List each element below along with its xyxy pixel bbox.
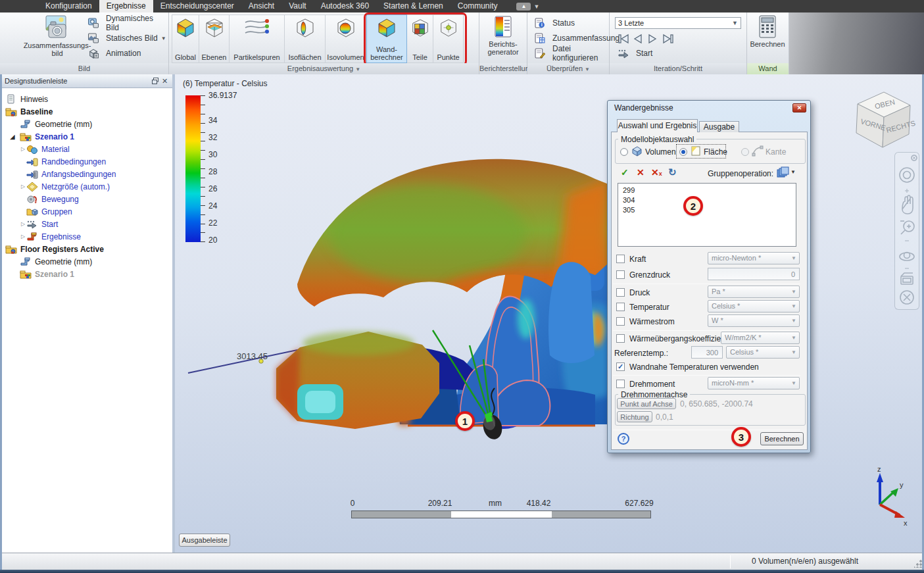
accept-selection-icon[interactable]: ✓ xyxy=(621,167,629,178)
menu-autodesk360[interactable]: Autodesk 360 xyxy=(314,0,376,12)
iteration-dropdown[interactable]: 3 Letzte▼ xyxy=(615,17,741,29)
menu-ergebnisse[interactable]: Ergebnisse xyxy=(99,0,153,12)
tree-item-baseline[interactable]: Baseline xyxy=(0,105,172,118)
radio-flaeche-label[interactable]: Fläche xyxy=(704,147,727,157)
tree-item-szenario1[interactable]: ◢ Szenario 1 xyxy=(0,130,172,143)
menu-community[interactable]: Community xyxy=(450,0,505,12)
close-navbar-icon[interactable] xyxy=(912,155,917,161)
tree-item-start[interactable]: ▷ Start xyxy=(0,218,172,230)
zoom-icon[interactable] xyxy=(900,221,914,234)
tab-auswahl-und-ergebnis[interactable]: Auswahl und Ergebnis xyxy=(617,119,698,132)
wandergebnisse-dialog[interactable]: Wandergebnisse ✕ Auswahl und Ergebnis Au… xyxy=(607,100,811,453)
drehmoment-checkbox[interactable] xyxy=(616,380,625,388)
view-cube[interactable]: OBEN VORNE RECHTS xyxy=(846,84,918,153)
help-icon[interactable]: ? xyxy=(618,433,629,445)
tab-ausgabe[interactable]: Ausgabe xyxy=(699,121,739,132)
isoflaechen-button[interactable]: Isoflächen xyxy=(285,14,326,63)
ebenen-button[interactable]: Ebenen xyxy=(199,14,230,63)
menu-vault[interactable]: Vault xyxy=(281,0,313,12)
3d-viewport[interactable]: 3013.45 xyxy=(175,74,924,553)
partikelspuren-button[interactable]: Partikelspuren xyxy=(230,14,285,63)
tree-item-randbedingungen[interactable]: Randbedingungen xyxy=(0,155,172,168)
tree-item-ergebnisse[interactable]: ▷ Ergebnisse xyxy=(0,230,172,243)
output-bar-button[interactable]: Ausgabeleiste xyxy=(179,534,230,547)
list-item[interactable]: 305 xyxy=(623,205,796,215)
druck-checkbox[interactable] xyxy=(616,288,625,297)
selected-surfaces-list[interactable]: 299 304 305 xyxy=(618,183,796,247)
statisches-bild-button[interactable]: Statisches Bild ▼ xyxy=(87,32,166,45)
punkt-auf-achse-button[interactable]: Punkt auf Achse xyxy=(617,398,676,409)
pin-panel-icon[interactable] xyxy=(150,76,160,86)
tree-item-material[interactable]: ▷ Material xyxy=(0,143,172,155)
animation-button[interactable]: Animation xyxy=(87,47,141,60)
group-label-ergebnisauswertung[interactable]: Ergebnisauswertung ▼ xyxy=(169,63,479,74)
wandberechner-button[interactable]: Wand- berechner xyxy=(366,14,407,63)
menu-ansicht[interactable]: Ansicht xyxy=(241,0,281,12)
tree-expander-expanded[interactable]: ◢ xyxy=(9,134,16,140)
isovolumen-button[interactable]: Isovolumen xyxy=(326,14,366,63)
richtung-button[interactable]: Richtung xyxy=(617,411,652,422)
refresh-selection-icon[interactable]: ↻ xyxy=(668,166,677,178)
zusammenfassungsbild-button[interactable]: Zusammenfassungs- bild xyxy=(32,14,83,62)
chevron-down-icon[interactable]: ▼ xyxy=(533,3,539,10)
radio-kante[interactable] xyxy=(741,148,749,156)
status-button[interactable]: i Status xyxy=(534,16,575,30)
orbit-icon[interactable] xyxy=(900,253,914,261)
temperatur-unit-dropdown[interactable]: Celsius *▼ xyxy=(708,300,800,312)
start-button[interactable]: Start xyxy=(618,47,652,60)
dialog-close-icon[interactable]: ✕ xyxy=(792,103,806,112)
berechnen-ribbon-button[interactable]: Berechnen xyxy=(742,14,793,62)
temperatur-checkbox[interactable] xyxy=(616,303,625,311)
referenztemp-input[interactable]: 300 xyxy=(691,346,723,359)
global-button[interactable]: Global xyxy=(172,14,199,63)
berechnen-button[interactable]: Berechnen xyxy=(760,432,804,445)
grenzdruck-checkbox[interactable] xyxy=(616,270,625,279)
tree-item-gruppen[interactable]: Gruppen xyxy=(0,205,172,218)
zusammenfassung-button[interactable]: Zusammenfassung xyxy=(534,32,620,45)
close-panel-icon[interactable]: ✕ xyxy=(160,76,170,86)
pan-hand-icon[interactable] xyxy=(902,195,913,214)
tree-item-szenario1-floor[interactable]: Szenario 1 xyxy=(0,268,172,280)
tree-item-anfangsbedingungen[interactable]: Anfangsbedingungen xyxy=(0,168,172,180)
druck-unit-dropdown[interactable]: Pa *▼ xyxy=(708,286,800,298)
radio-volumen-label[interactable]: Volumen xyxy=(645,147,676,157)
car-model[interactable] xyxy=(276,159,618,429)
clear-all-selection-icon[interactable]: ✕x xyxy=(651,167,662,178)
tree-item-bewegung[interactable]: Bewegung xyxy=(0,193,172,205)
group-operation-caret-icon[interactable]: ▼ xyxy=(790,169,796,175)
panel-toggle-icon[interactable]: ▲ xyxy=(516,3,531,11)
tree-item-geometrie-floor[interactable]: Geometrie (mm) xyxy=(0,255,172,268)
kraft-unit-dropdown[interactable]: micro-Newton *▼ xyxy=(708,252,800,264)
wheel-dropdown-icon[interactable] xyxy=(905,189,909,193)
menu-starten-lernen[interactable]: Starten & Lernen xyxy=(376,0,450,12)
list-item[interactable]: 299 xyxy=(623,186,796,195)
wandnahe-checkbox[interactable]: ✓ xyxy=(616,362,625,371)
group-label-ueberpruefen[interactable]: Überprüfen ▼ xyxy=(527,63,609,74)
dynamisches-bild-button[interactable]: Dynamisches Bild xyxy=(87,16,168,30)
teile-button[interactable]: Teile xyxy=(407,14,433,63)
grenzdruck-input[interactable]: 0 xyxy=(708,268,800,280)
tree-item-geometrie-baseline[interactable]: Geometrie (mm) xyxy=(0,118,172,130)
punkte-button[interactable]: Punkte xyxy=(433,14,464,63)
menu-entscheidungscenter[interactable]: Entscheidungscenter xyxy=(153,0,241,12)
tree-expander-collapsed[interactable]: ▷ xyxy=(20,234,26,239)
waermestrom-checkbox[interactable] xyxy=(616,317,625,326)
kraft-checkbox[interactable] xyxy=(616,255,625,263)
drehmoment-unit-dropdown[interactable]: microN-mm *▼ xyxy=(708,377,800,389)
radio-volumen[interactable] xyxy=(620,148,628,156)
tree-expander-collapsed[interactable]: ▷ xyxy=(20,146,26,152)
tree-item-hinweis[interactable]: Hinweis xyxy=(0,93,172,105)
look-at-icon[interactable] xyxy=(901,273,913,284)
tree-item-netzgroesse[interactable]: ▷ Netzgröße (autom.) xyxy=(0,180,172,193)
navigation-wheel-icon[interactable] xyxy=(900,168,914,182)
waermestrom-unit-dropdown[interactable]: W *▼ xyxy=(708,314,800,327)
resize-grip[interactable] xyxy=(914,560,922,568)
waermeuebergang-checkbox[interactable] xyxy=(616,334,625,343)
selected-seat-surfaces[interactable] xyxy=(460,297,550,426)
list-item[interactable]: 304 xyxy=(623,195,796,205)
tree-expander-collapsed[interactable]: ▷ xyxy=(20,184,26,189)
tree-expander-collapsed[interactable]: ▷ xyxy=(20,221,26,227)
waermeuebergang-unit-dropdown[interactable]: W/mm2/K *▼ xyxy=(721,332,800,344)
radio-flaeche[interactable] xyxy=(679,148,687,156)
remove-selection-icon[interactable]: ✕ xyxy=(637,167,644,178)
